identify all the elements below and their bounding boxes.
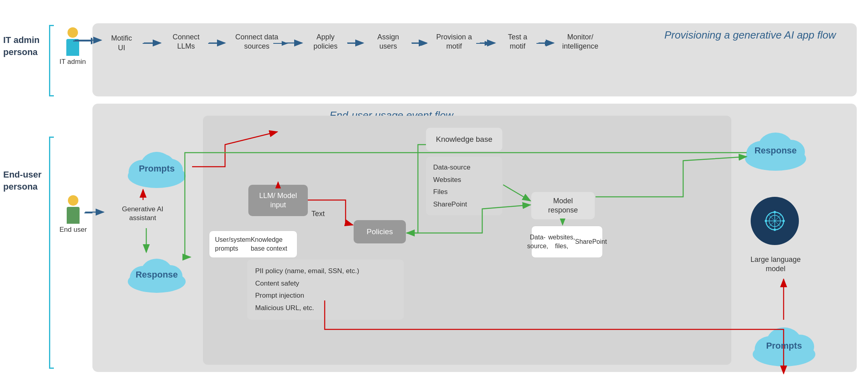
knowledge-base-box: Knowledge base [426, 128, 502, 151]
model-response-box: Model response [531, 192, 595, 219]
prompts-cloud-right: Prompts [747, 320, 821, 372]
text-label: Text [311, 210, 325, 218]
datasource-websites-box: Data-source, websites, files, SharePoint [531, 226, 603, 258]
flow-box-apply-policies: Apply policies [305, 28, 346, 55]
it-admin-figure-label: IT admin [59, 58, 86, 66]
flow-box-monitor: Monitor/ intelligence [557, 28, 604, 55]
svg-point-54 [774, 211, 776, 213]
end-user-bracket [49, 137, 54, 369]
it-admin-bracket [49, 25, 54, 96]
end-user-figure-label: End user [59, 226, 87, 234]
brain-icon [751, 197, 799, 245]
diagram-container: IT admin persona IT admin [0, 0, 868, 380]
response-cloud-right: Response [739, 125, 812, 177]
llm-model-input-box: LLM/ Model input [248, 185, 308, 216]
policies-list-box: PII policy (name, email, SSN, etc.) Cont… [247, 259, 404, 320]
policies-box: Policies [354, 220, 406, 243]
gen-ai-assistant-box: Generative AI assistant [106, 200, 179, 227]
end-user-figure: End user [59, 195, 87, 234]
it-admin-figure: IT admin [59, 27, 86, 66]
prompts-left-label: Prompts [139, 163, 174, 174]
large-language-model-box: Large language model [739, 251, 812, 278]
datasource-list-box: Data-source Websites Files SharePoint [426, 157, 502, 215]
prompts-cloud-left: Prompts [123, 145, 191, 193]
flow-box-test-motif: Test a motif [497, 28, 538, 55]
end-user-persona-label: End-userpersona [3, 169, 41, 192]
response-left-label: Response [135, 270, 178, 280]
flow-box-connect-data: Connect data sources [228, 28, 285, 55]
flow-box-assign-users: Assign users [366, 28, 411, 55]
response-cloud-left: Response [123, 251, 191, 298]
it-admin-persona-label: IT admin persona [3, 34, 39, 58]
provisioning-title: Provisioning a generative AI app flow [664, 29, 836, 41]
flow-box-motific-ui: Motific UI [100, 32, 143, 54]
prompts-right-label: Prompts [766, 341, 802, 351]
svg-point-55 [774, 229, 776, 231]
user-system-prompts-box: User/system prompts Knowledge base conte… [209, 231, 297, 258]
response-right-label: Response [754, 145, 796, 156]
flow-box-connect-llms: Connect LLMs [164, 28, 208, 55]
svg-point-57 [782, 220, 785, 222]
flow-box-provision-motif: Provision a motif [429, 28, 479, 55]
svg-point-56 [765, 220, 767, 222]
